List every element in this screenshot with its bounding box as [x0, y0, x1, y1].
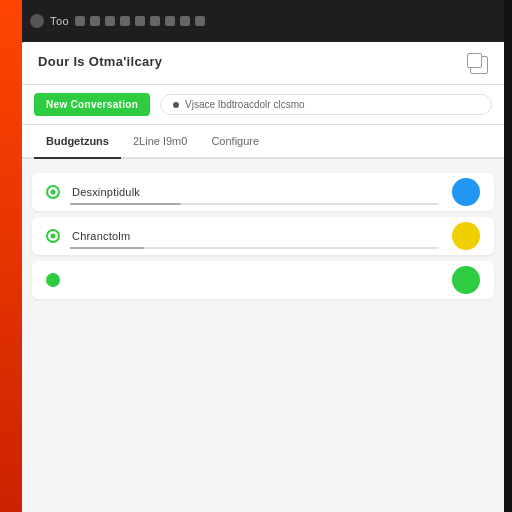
item-progress-bar-1	[70, 203, 181, 205]
tab-row: Budgetzuns 2Line I9m0 Configure	[22, 125, 504, 159]
device-frame: Too Dour Is Otma'ilcary New Conversation…	[0, 0, 512, 512]
item-progress-1	[70, 203, 439, 205]
action-circle-yellow[interactable]	[452, 222, 480, 250]
tab-2line[interactable]: 2Line I9m0	[121, 125, 199, 159]
topbar-icon-9	[195, 16, 205, 26]
topbar-text: Too	[50, 15, 69, 27]
search-dot-icon	[173, 102, 179, 108]
list-item[interactable]: Desxinptidulk	[32, 173, 494, 211]
item-progress-bar-2	[70, 247, 144, 249]
copy-icon[interactable]	[470, 56, 488, 74]
list-area: Desxinptidulk Chranctolm	[22, 159, 504, 313]
system-icon-1	[30, 14, 44, 28]
search-text: Vjsace Ibdtroacdolr clcsmo	[185, 99, 305, 110]
page-header: Dour Is Otma'ilcary	[22, 42, 504, 85]
status-icon-green-2	[46, 229, 60, 243]
list-item[interactable]: Chranctolm	[32, 217, 494, 255]
search-field[interactable]: Vjsace Ibdtroacdolr clcsmo	[160, 94, 492, 115]
item-text-1: Desxinptidulk	[72, 186, 480, 198]
status-icon-green	[46, 185, 60, 199]
action-circle-green[interactable]	[452, 266, 480, 294]
topbar-icon-2	[90, 16, 100, 26]
toolbar-row: New Conversation Vjsace Ibdtroacdolr clc…	[22, 85, 504, 125]
left-bar	[0, 0, 22, 512]
tab-configure[interactable]: Configure	[199, 125, 271, 159]
right-bar	[504, 0, 512, 512]
topbar-icon-1	[75, 16, 85, 26]
topbar-icon-8	[180, 16, 190, 26]
list-item[interactable]	[32, 261, 494, 299]
topbar-icon-6	[150, 16, 160, 26]
tab-budgetzuns[interactable]: Budgetzuns	[34, 125, 121, 159]
page-title: Dour Is Otma'ilcary	[38, 54, 162, 71]
action-circle-blue[interactable]	[452, 178, 480, 206]
topbar-icon-5	[135, 16, 145, 26]
main-content: Dour Is Otma'ilcary New Conversation Vjs…	[22, 42, 504, 512]
item-text-2: Chranctolm	[72, 230, 480, 242]
top-bar: Too	[22, 0, 504, 42]
item-progress-2	[70, 247, 439, 249]
topbar-icon-7	[165, 16, 175, 26]
topbar-icon-3	[105, 16, 115, 26]
new-conversation-button[interactable]: New Conversation	[34, 93, 150, 116]
topbar-icon-4	[120, 16, 130, 26]
topbar-icons	[75, 16, 496, 26]
status-dot-green-3	[46, 273, 60, 287]
